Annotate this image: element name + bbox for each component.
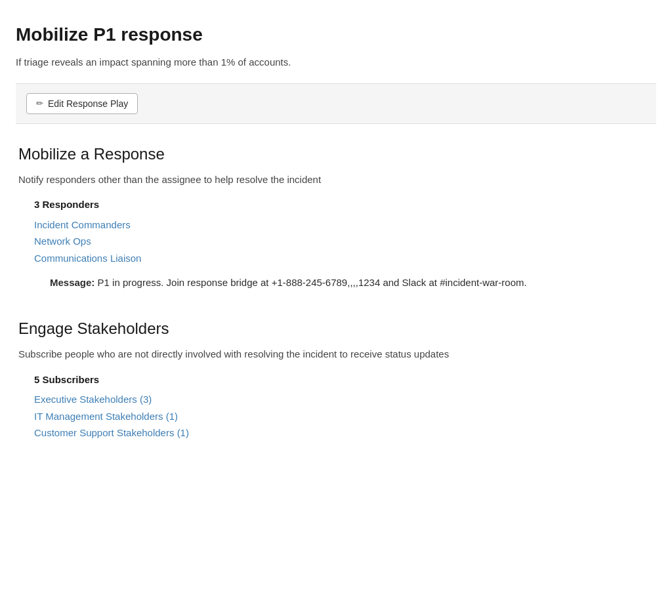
- network-ops-link[interactable]: Network Ops: [34, 236, 91, 247]
- stakeholders-section-title: Engage Stakeholders: [18, 317, 654, 340]
- pencil-icon: ✏: [36, 98, 43, 108]
- responders-list: Incident Commanders Network Ops Communic…: [34, 218, 654, 266]
- list-item: IT Management Stakeholders (1): [34, 409, 654, 424]
- page-title: Mobilize P1 response: [16, 21, 656, 49]
- incident-commanders-link[interactable]: Incident Commanders: [34, 219, 131, 230]
- mobilize-section-title: Mobilize a Response: [18, 142, 654, 166]
- list-item: Communications Liaison: [34, 251, 654, 266]
- executive-stakeholders-link[interactable]: Executive Stakeholders: [34, 394, 137, 405]
- customer-support-stakeholders-count: (1): [177, 427, 189, 438]
- toolbar: ✏ Edit Response Play: [16, 83, 656, 124]
- page-container: Mobilize P1 response If triage reveals a…: [0, 0, 672, 493]
- edit-response-play-button[interactable]: ✏ Edit Response Play: [26, 93, 138, 114]
- responders-subsection: 3 Responders Incident Commanders Network…: [18, 197, 654, 291]
- subscribers-subsection: 5 Subscribers Executive Stakeholders (3)…: [18, 373, 654, 441]
- page-subtitle: If triage reveals an impact spanning mor…: [16, 55, 656, 70]
- list-item: Customer Support Stakeholders (1): [34, 426, 654, 441]
- message-text: P1 in progress. Join response bridge at …: [98, 277, 527, 288]
- list-item: Executive Stakeholders (3): [34, 392, 654, 407]
- subscribers-list: Executive Stakeholders (3) IT Management…: [34, 392, 654, 441]
- mobilize-section: Mobilize a Response Notify responders ot…: [16, 142, 656, 291]
- list-item: Incident Commanders: [34, 218, 654, 233]
- stakeholders-section-description: Subscribe people who are not directly in…: [18, 347, 654, 362]
- it-management-stakeholders-count: (1): [166, 411, 178, 422]
- responders-label: 3 Responders: [34, 197, 654, 213]
- customer-support-stakeholders-link[interactable]: Customer Support Stakeholders: [34, 427, 174, 438]
- list-item: Network Ops: [34, 234, 654, 249]
- stakeholders-section: Engage Stakeholders Subscribe people who…: [16, 317, 656, 441]
- it-management-stakeholders-link[interactable]: IT Management Stakeholders: [34, 411, 163, 422]
- message-block: Message: P1 in progress. Join response b…: [34, 275, 654, 291]
- subscribers-label: 5 Subscribers: [34, 373, 654, 388]
- message-label: Message:: [50, 277, 94, 288]
- communications-liaison-link[interactable]: Communications Liaison: [34, 253, 141, 264]
- executive-stakeholders-count: (3): [140, 394, 152, 405]
- edit-button-label: Edit Response Play: [48, 98, 128, 109]
- mobilize-section-description: Notify responders other than the assigne…: [18, 173, 654, 188]
